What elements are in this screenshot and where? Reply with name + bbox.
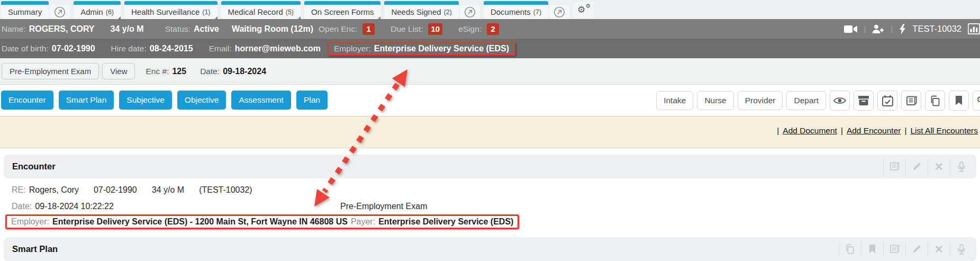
section-close-button[interactable] xyxy=(928,241,950,257)
tab-label: Needs Signed xyxy=(391,7,441,16)
enc-date-label: Date: xyxy=(200,67,220,76)
nav-assessment-button[interactable]: Assessment xyxy=(231,91,291,110)
schedule-button[interactable] xyxy=(877,91,897,111)
patient-header-bar: Name: ROGERS, CORY 34 y/o M Status: Acti… xyxy=(0,19,980,39)
add-user-button[interactable] xyxy=(872,24,884,34)
section-title: Smart Plan xyxy=(12,244,58,254)
section-copy-button[interactable] xyxy=(839,241,861,257)
employer-label: Employer: xyxy=(11,217,49,227)
pencil-icon xyxy=(912,245,921,254)
copy-chart-button[interactable] xyxy=(925,91,945,111)
tab-health-surveillance[interactable]: Health Surveillance(1) xyxy=(124,1,217,19)
employer-value: Enterprise Delivery Service (EDS) - 1200… xyxy=(52,217,348,227)
date-label: Date: xyxy=(12,202,32,211)
preview-button[interactable] xyxy=(830,91,850,111)
esign-label: eSign: xyxy=(458,24,482,34)
employer-label: Employer: xyxy=(334,44,371,53)
esign-badge[interactable]: 2 xyxy=(487,23,499,35)
tab-label: Summary xyxy=(8,7,42,16)
intake-button[interactable]: Intake xyxy=(656,91,693,110)
section-dictate-button[interactable] xyxy=(950,241,972,257)
encounter-date-line: Date: 09-18-2024 10:22:22 xyxy=(12,202,114,211)
divider: | xyxy=(864,24,866,33)
nav-plan-button[interactable]: Plan xyxy=(296,91,328,110)
section-header-icons xyxy=(883,159,972,175)
nurse-button[interactable]: Nurse xyxy=(697,91,733,110)
section-edit-button[interactable] xyxy=(905,159,928,175)
tab-documents[interactable]: Documents(7) xyxy=(484,1,548,19)
open-in-new-window-button[interactable] xyxy=(549,5,569,19)
tab-accent-strip xyxy=(1,1,49,5)
employer-value: Enterprise Delivery Service (EDS) xyxy=(374,44,509,53)
add-document-link[interactable]: Add Document xyxy=(783,126,837,136)
tab-label: On Screen Forms xyxy=(311,7,374,16)
depart-button[interactable]: Depart xyxy=(786,91,826,110)
due-list-badge[interactable]: 10 xyxy=(428,23,442,35)
waiting-room-status: Waiting Room (12m) xyxy=(232,24,313,34)
dob-label: Date of birth: xyxy=(2,44,49,53)
microphone-icon xyxy=(957,161,966,172)
tab-settings-button[interactable]: ⚙⚙ xyxy=(573,2,594,19)
chart-stats-button[interactable] xyxy=(968,23,980,34)
lightning-icon xyxy=(899,24,906,34)
exam-type-button[interactable]: Pre-Employment Exam xyxy=(2,63,99,79)
section-notes-button[interactable] xyxy=(883,241,905,257)
section-title: Encounter xyxy=(12,161,56,172)
section-dictate-button[interactable] xyxy=(950,159,972,175)
bookmark-icon xyxy=(955,96,963,105)
re-dob: 07-02-1990 xyxy=(94,185,137,195)
employer-highlight-box: Employer: Enterprise Delivery Service (E… xyxy=(328,42,515,56)
copy-icon xyxy=(930,95,941,106)
tab-admin[interactable]: Admin(6) xyxy=(74,1,121,19)
nav-smart-plan-button[interactable]: Smart Plan xyxy=(59,91,114,110)
gears-icon: ⚙⚙ xyxy=(976,94,980,107)
smart-plan-section: Smart Plan xyxy=(4,237,976,261)
nav-encounter-button[interactable]: Encounter xyxy=(1,91,53,110)
section-bookmark-button[interactable] xyxy=(861,241,883,257)
book-icon xyxy=(890,162,900,171)
book-icon xyxy=(906,96,917,106)
add-user-icon xyxy=(872,24,884,34)
provider-button[interactable]: Provider xyxy=(738,91,783,110)
eye-icon xyxy=(833,96,846,105)
section-notes-button[interactable] xyxy=(883,159,905,175)
archive-button[interactable] xyxy=(854,91,874,111)
encounter-re-line: RE: Rogers, Cory 07-02-1990 34 y/o M (TE… xyxy=(12,185,252,195)
smart-plan-section-header: Smart Plan xyxy=(4,237,976,261)
tab-label: Medical Record xyxy=(228,7,283,16)
section-header-icons xyxy=(839,241,972,257)
video-call-button[interactable] xyxy=(844,25,858,33)
tab-summary[interactable]: Summary xyxy=(1,1,49,19)
tab-count: (6) xyxy=(106,8,114,16)
payer-label: Payer: xyxy=(351,217,375,227)
tab-medical-record[interactable]: Medical Record(5) xyxy=(221,1,301,19)
bookmark-button[interactable] xyxy=(949,91,969,111)
calendar-check-icon xyxy=(882,95,893,106)
nav-subjective-button[interactable]: Subjective xyxy=(119,91,172,110)
tab-count: (2) xyxy=(444,8,452,16)
open-in-new-window-button[interactable] xyxy=(50,5,70,19)
open-enc-label: Open Enc: xyxy=(319,24,357,34)
section-nav-row: Encounter Smart Plan Subjective Objectiv… xyxy=(0,85,980,116)
dob-value: 07-02-1990 xyxy=(52,44,95,53)
section-close-button[interactable] xyxy=(928,159,950,175)
view-button[interactable]: View xyxy=(102,63,135,79)
chart-notes-button[interactable] xyxy=(901,91,921,111)
tab-count: (7) xyxy=(533,8,541,16)
open-enc-badge[interactable]: 1 xyxy=(362,23,375,35)
patient-age-sex: 34 y/o M xyxy=(111,24,144,34)
tab-needs-signed[interactable]: Needs Signed(2) xyxy=(384,1,459,19)
open-in-new-window-button[interactable] xyxy=(460,5,480,19)
tab-on-screen-forms[interactable]: On Screen Forms xyxy=(304,1,380,19)
chart-tab-bar: Summary Admin(6) Health Surveillance(1) … xyxy=(0,0,980,19)
nav-objective-button[interactable]: Objective xyxy=(177,91,226,110)
list-all-encounters-link[interactable]: List All Encounters xyxy=(910,126,978,136)
employer-payer-highlight-box: Employer: Enterprise Delivery Service (E… xyxy=(5,214,519,229)
external-link-icon xyxy=(54,6,66,18)
quick-action-button[interactable] xyxy=(899,24,906,34)
add-encounter-link[interactable]: Add Encounter xyxy=(847,126,901,136)
settings-button[interactable]: ⚙⚙ xyxy=(973,91,980,111)
section-edit-button[interactable] xyxy=(905,241,928,257)
chart-actions-band: | Add Document | Add Encounter | List Al… xyxy=(0,116,980,148)
copy-icon xyxy=(845,244,855,254)
